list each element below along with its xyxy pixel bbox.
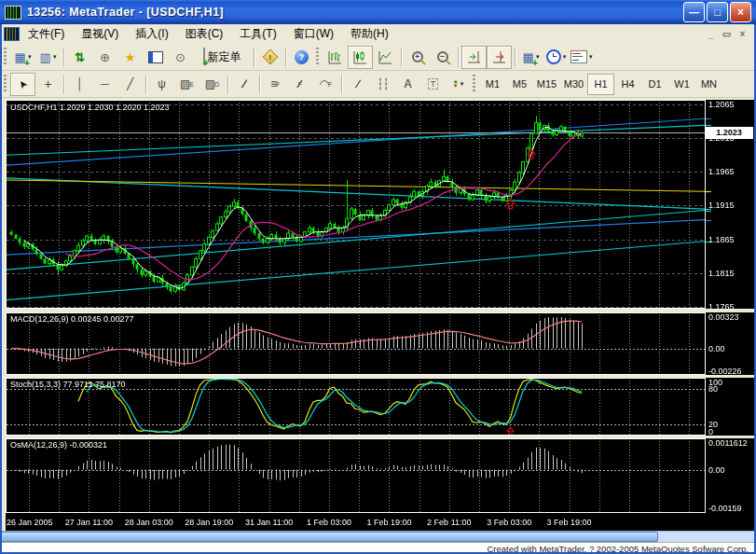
mdi-minimize-icon: _ — [708, 29, 714, 39]
new-order-button[interactable]: +新定单 — [193, 46, 251, 69]
pitchfork-icon: ψ — [158, 78, 166, 90]
candlestick-chart-icon — [353, 50, 367, 64]
cursor-button[interactable]: ➤ — [10, 73, 35, 96]
candlestick-chart-button[interactable] — [348, 46, 373, 69]
indicators-button[interactable]: ▦+▾ — [518, 46, 543, 69]
text-box-button[interactable]: T — [420, 73, 446, 96]
timeframe-mn-button[interactable]: MN — [695, 74, 722, 95]
timeframe-m30-button[interactable]: M30 — [560, 74, 587, 95]
mdi-close-button[interactable]: × — [735, 27, 750, 41]
help-icon: ? — [295, 50, 309, 64]
equidistant-channel-button[interactable]: ▨E — [174, 73, 199, 96]
fibonacci-fan-button[interactable]: ∕∕F — [288, 73, 313, 96]
toolbar-separator — [145, 75, 146, 94]
data-window-button[interactable]: ⊕ — [92, 46, 117, 69]
mdi-close-icon: × — [740, 29, 746, 39]
cycle-lines-button[interactable]: ┆┆ — [370, 73, 395, 96]
timeframe-m15-button[interactable]: M15 — [533, 74, 560, 95]
cursor-pointer-icon: ➤ — [16, 76, 31, 90]
mdi-minimize-button[interactable]: _ — [703, 27, 719, 41]
text-a-icon: A — [404, 78, 412, 90]
timeframe-m1-button[interactable]: M1 — [479, 74, 506, 95]
menu-charts[interactable]: 图表(C) — [177, 24, 232, 44]
toolbar-grip[interactable] — [4, 48, 7, 66]
main-pane-header: USDCHF,H1 1.2029 1.2030 1.2020 1.2023 — [10, 103, 170, 112]
expert-advisor-icon: ! — [262, 49, 278, 65]
menu-insert[interactable]: 插入(I) — [127, 24, 176, 44]
arrows-icon: ▲▼ — [453, 79, 459, 89]
mdi-window-buttons: _ ▭ × — [703, 27, 750, 41]
menu-tools[interactable]: 工具(T) — [231, 24, 284, 44]
crosshair-target-icon: ⊕ — [100, 51, 110, 63]
horizontal-line-icon: ─ — [101, 78, 109, 90]
timeframe-d1-button[interactable]: D1 — [641, 74, 668, 95]
chart-shift-button[interactable] — [487, 46, 512, 69]
minimize-icon: — — [689, 7, 699, 18]
maximize-button[interactable]: □ — [707, 2, 728, 22]
vertical-line-button[interactable]: │ — [67, 73, 92, 96]
help-button[interactable]: ? — [289, 46, 314, 69]
mdi-restore-button[interactable]: ▭ — [719, 27, 735, 41]
auto-scroll-button[interactable] — [461, 46, 487, 69]
expert-advisors-button[interactable]: ! — [257, 46, 282, 69]
templates-button[interactable]: ▾ — [569, 46, 595, 69]
menu-file[interactable]: 文件(F) — [20, 24, 73, 44]
line-chart-button[interactable] — [373, 46, 398, 69]
parallel-lines-button[interactable]: ∕∕ — [345, 73, 370, 96]
terminal-button[interactable] — [143, 46, 168, 69]
trendline-button[interactable]: ╱ — [117, 73, 143, 96]
andrews-pitchfork-button[interactable]: ψ — [149, 73, 174, 96]
timeframe-m5-button[interactable]: M5 — [506, 74, 533, 95]
timeframe-h4-button[interactable]: H4 — [614, 74, 641, 95]
mdi-restore-icon: ▭ — [722, 29, 731, 39]
periods-button[interactable]: ▾ — [543, 46, 569, 69]
minimize-button[interactable]: — — [683, 2, 705, 22]
fibonacci-retracement-button[interactable]: ≡F — [263, 73, 288, 96]
navigator-button[interactable]: ★ — [117, 46, 143, 69]
horizontal-scrollbar[interactable] — [0, 531, 756, 542]
menu-window[interactable]: 窗口(W) — [285, 24, 342, 44]
maximize-icon: □ — [714, 7, 721, 18]
new-chart-button[interactable]: ▦+▾ — [10, 46, 35, 69]
market-watch-button[interactable]: ⇅ — [67, 46, 92, 69]
toolbar-grip[interactable] — [473, 75, 475, 93]
scrollbar-thumb[interactable] — [0, 532, 658, 542]
arrows-button[interactable]: ▲▼▾ — [446, 73, 471, 96]
fibonacci-arcs-button[interactable]: ◠F — [313, 73, 338, 96]
bar-chart-button[interactable] — [323, 46, 348, 69]
text-label-button[interactable]: A — [395, 73, 420, 96]
menu-help[interactable]: 帮助(H) — [342, 24, 397, 44]
strategy-tester-button[interactable]: ⊙ — [168, 46, 193, 69]
close-button[interactable]: × — [730, 2, 751, 22]
toolbar-separator — [515, 48, 515, 67]
menu-bar: 文件(F) 显视(V) 插入(I) 图表(C) 工具(T) 窗口(W) 帮助(H… — [0, 24, 756, 45]
line-chart-icon — [378, 50, 392, 64]
chart-profiles-button[interactable]: ▥▾ — [35, 46, 61, 69]
zoom-out-icon: − — [437, 51, 448, 62]
timeframe-w1-button[interactable]: W1 — [668, 74, 695, 95]
title-bar: 13256: MetaTrader - [USDCHF,H1] — □ × — [0, 0, 756, 24]
toolbar-separator — [227, 75, 228, 94]
toolbar-grip[interactable] — [316, 48, 319, 66]
timeframe-h1-button[interactable]: H1 — [587, 74, 614, 95]
current-price-box: 1.2023 — [705, 127, 753, 139]
crosshair-icon: + — [44, 78, 51, 90]
chevron-down-icon: ▾ — [563, 53, 567, 61]
toolbar-grip[interactable] — [4, 75, 7, 93]
terminal-icon — [148, 51, 163, 63]
crosshair-button[interactable]: + — [35, 73, 61, 96]
toolbar-separator — [401, 48, 402, 67]
zoom-out-button[interactable]: − — [430, 46, 455, 69]
zoom-in-button[interactable]: + — [405, 46, 430, 69]
horizontal-line-button[interactable]: ─ — [92, 73, 117, 96]
stddev-channel-button[interactable]: ▨D — [199, 73, 225, 96]
toolbar-separator — [341, 75, 342, 94]
menu-view[interactable]: 显视(V) — [73, 24, 127, 44]
toolbar-separator — [285, 48, 286, 67]
toolbar-separator — [254, 48, 254, 67]
vertical-line-icon: │ — [76, 78, 84, 90]
text-t-icon: T — [428, 78, 439, 90]
gann-fan-button[interactable]: ∕∕∕ — [231, 73, 256, 96]
trendline-icon: ╱ — [127, 78, 133, 90]
new-order-label: 新定单 — [208, 49, 241, 65]
